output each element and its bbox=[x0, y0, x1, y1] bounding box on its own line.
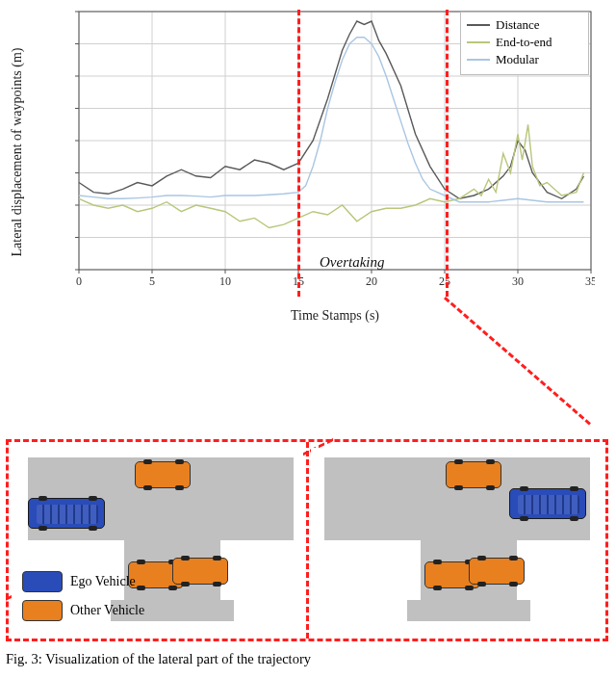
svg-text:5: 5 bbox=[149, 274, 155, 288]
other-vehicle-label: Other Vehicle bbox=[70, 603, 144, 618]
svg-text:25: 25 bbox=[439, 274, 450, 288]
legend-swatch-modular bbox=[467, 59, 490, 61]
chart-plot: 05101520253035-0.2-0.10.00.10.20.30.40.5… bbox=[75, 8, 595, 297]
legend-label-end-to-end: End-to-end bbox=[496, 35, 552, 50]
legend-swatch-distance bbox=[467, 24, 490, 26]
annotation-overtaking: Overtaking bbox=[320, 254, 384, 271]
other-vehicle bbox=[172, 558, 228, 585]
other-vehicle-swatch bbox=[22, 600, 63, 621]
scenario-panels: Ego Vehicle Other Vehicle bbox=[6, 439, 608, 641]
scene-before: Ego Vehicle Other Vehicle bbox=[14, 448, 303, 633]
legend-item-modular: Modular bbox=[467, 51, 582, 68]
y-axis-label: Lateral displacement of waypoints (m) bbox=[10, 8, 29, 297]
svg-text:30: 30 bbox=[512, 274, 524, 288]
figure-caption: Fig. 3: Visualization of the lateral par… bbox=[6, 651, 610, 667]
scene-after bbox=[311, 448, 600, 633]
svg-text:20: 20 bbox=[366, 274, 377, 288]
legend-item-distance: Distance bbox=[467, 16, 582, 34]
legend-swatch-end-to-end bbox=[467, 41, 490, 43]
ego-vehicle bbox=[28, 498, 105, 529]
ego-vehicle-label: Ego Vehicle bbox=[70, 574, 136, 589]
ego-vehicle bbox=[509, 488, 586, 519]
other-vehicle bbox=[446, 461, 501, 488]
legend-label-modular: Modular bbox=[496, 52, 539, 67]
legend-item-end-to-end: End-to-end bbox=[467, 34, 582, 51]
vehicle-legend: Ego Vehicle Other Vehicle bbox=[22, 567, 144, 625]
legend: Distance End-to-end Modular bbox=[460, 12, 589, 75]
other-vehicle bbox=[469, 558, 525, 585]
callout-line-right-top bbox=[446, 10, 449, 297]
svg-text:35: 35 bbox=[585, 274, 595, 288]
legend-label-distance: Distance bbox=[496, 17, 539, 33]
other-vehicle bbox=[135, 461, 191, 488]
svg-text:10: 10 bbox=[219, 274, 231, 288]
callout-line-left-top bbox=[297, 10, 300, 297]
svg-text:0: 0 bbox=[76, 274, 82, 288]
ego-vehicle-swatch bbox=[22, 571, 63, 592]
x-axis-label: Time Stamps (s) bbox=[75, 308, 595, 326]
